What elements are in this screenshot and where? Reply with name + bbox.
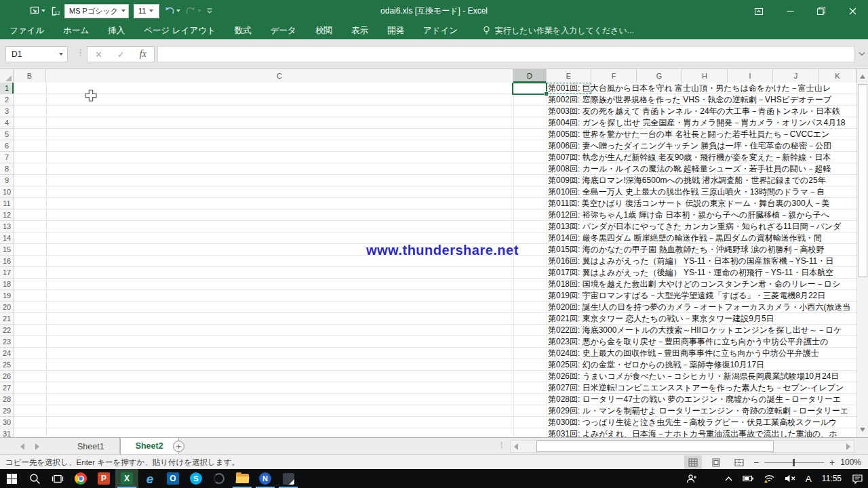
ribbon-tab-developer[interactable]: 開発 — [378, 22, 414, 39]
column-header-C[interactable]: C — [46, 69, 513, 83]
search-button[interactable] — [23, 469, 46, 488]
ribbon-tab-view[interactable]: 表示 — [342, 22, 378, 39]
vertical-scrollbar[interactable] — [856, 69, 868, 437]
cell-text-row-14[interactable]: 第014回: 厳冬黒四ダム 断崖絶壁の輸送作戦－黒四ダムの資材輸送作戦・間 — [548, 232, 822, 244]
row-header-6[interactable]: 6 — [0, 140, 14, 152]
column-header-B[interactable]: B — [14, 69, 46, 83]
cell-text-row-7[interactable]: 第007回: 執念が生んだ新幹線 老友90歳・飛行機が姿を変えた－新幹線・日本 — [548, 152, 831, 163]
cell-text-row-27[interactable]: 第027回: 日米逆転!コンビニエンスストアーを作った素人たち－セブン-イレブン — [548, 382, 844, 394]
ribbon-tab-insert[interactable]: 挿入 — [98, 22, 134, 39]
column-header-H[interactable]: H — [682, 69, 728, 83]
row-header-21[interactable]: 21 — [0, 313, 14, 325]
network-button[interactable] — [759, 469, 780, 488]
cell-text-row-20[interactable]: 第020回: 誕生!人の目を持つ夢のカメラ－オートフォーカスカメラ・小西六(放送… — [548, 302, 851, 313]
cell-text-row-29[interactable]: 第029回: ル・マンを制覇せよ ロータリーエンジン・奇跡の逆転劇－ロータリーエ — [548, 405, 848, 417]
powerpoint-button[interactable]: P — [92, 469, 115, 488]
undo-button[interactable] — [164, 6, 180, 16]
column-header-D[interactable]: D — [513, 69, 547, 83]
internet-explorer-button[interactable]: e — [138, 469, 161, 488]
cell-text-row-12[interactable]: 第012回: 裕弥ちゃん1歳 輝け命 日本初・親から子への肝臓移植－親から子へ — [548, 209, 829, 221]
row-header-28[interactable]: 28 — [0, 394, 14, 405]
row-header-10[interactable]: 10 — [0, 186, 14, 198]
row-header-14[interactable]: 14 — [0, 232, 14, 244]
notes-app-button[interactable] — [277, 469, 300, 488]
confirm-entry-icon[interactable]: ✓ — [117, 49, 125, 60]
row-header-26[interactable]: 26 — [0, 371, 14, 382]
cell-text-row-8[interactable]: 第008回: カール・ルイスの魔法の靴 超軽量シューズ・若手社員の闘い－超軽 — [548, 163, 831, 175]
row-header-4[interactable]: 4 — [0, 117, 14, 129]
tab-scroll-splitter[interactable]: ⁞ — [500, 441, 502, 450]
row-header-1[interactable]: 1 — [0, 83, 14, 94]
volume-button[interactable] — [780, 469, 801, 488]
scroll-down-button[interactable] — [857, 424, 868, 436]
column-header-I[interactable]: I — [728, 69, 773, 83]
insert-function-icon[interactable]: fx — [140, 49, 146, 60]
row-header-25[interactable]: 25 — [0, 359, 14, 371]
ribbon-tab-add-ins[interactable]: アドイン — [414, 22, 467, 39]
row-header-22[interactable]: 22 — [0, 325, 14, 336]
excel-button[interactable]: X — [115, 469, 138, 488]
cell-text-row-1[interactable]: 第001回: 巨大台風から日本を守れ 富士山頂・男たちは命をかけた－富士山レ — [548, 83, 831, 94]
cell-text-row-2[interactable]: 第002回: 窓際族が世界規格を作った VHS・執念の逆転劇－VHSビデオテープ — [548, 94, 831, 106]
cell-text-row-22[interactable]: 第022回: 海底3000メートルの大捜索～HIIロケットエンジンを探し出せ～－… — [548, 325, 842, 336]
expand-formula-bar-button[interactable] — [859, 52, 865, 56]
column-header-F[interactable]: F — [591, 69, 637, 83]
column-header-K[interactable]: K — [819, 69, 856, 83]
row-header-18[interactable]: 18 — [0, 279, 14, 290]
sheet-tab-sheet2[interactable]: Sheet2 — [120, 438, 179, 455]
cell-text-row-31[interactable]: 第031回: よみがえれ、日本海－ナホトカ号重油流出事故で流出した重油の、ホ — [548, 428, 837, 437]
column-header-E[interactable]: E — [547, 69, 591, 83]
ribbon-tab-file[interactable]: ファイル — [0, 22, 54, 39]
row-header-19[interactable]: 19 — [0, 290, 14, 302]
cell-text-row-4[interactable]: 第004回: ガンを探し出せ 完全国産・胃カメラ開発－胃カメラ・オリンパス4月1… — [548, 117, 846, 129]
tell-me-box[interactable]: 実行したい作業を入力してください... — [482, 25, 634, 37]
row-header-23[interactable]: 23 — [0, 336, 14, 348]
people-button[interactable] — [682, 469, 702, 488]
skype-button[interactable]: S — [184, 469, 208, 488]
ribbon-tab-home[interactable]: ホーム — [54, 22, 98, 39]
cell-text-row-30[interactable]: 第030回: つっぱり生徒と泣き虫先生－高校ラグビー・伏見工業高校スクールウ — [548, 417, 837, 428]
start-button[interactable] — [0, 469, 23, 488]
cell-text-row-18[interactable]: 第018回: 国境を越えた救出劇 大やけどのコンスタンチン君・命のリレー－ロシ — [548, 279, 840, 290]
minimize-button[interactable] — [774, 0, 806, 22]
scroll-left-button[interactable] — [511, 441, 521, 452]
cell-text-row-10[interactable]: 第010回: 全島一万人 史上最大の脱出作戦 三原山噴火・13時間のドラマ－自 — [548, 186, 825, 198]
row-header-2[interactable]: 2 — [0, 94, 14, 106]
cancel-entry-icon[interactable]: ✕ — [95, 49, 102, 60]
column-header-G[interactable]: G — [637, 69, 682, 83]
page-break-preview-button[interactable] — [730, 455, 748, 469]
redo-button[interactable] — [185, 6, 201, 16]
add-sheet-button[interactable]: + — [173, 441, 184, 452]
zoom-in-button[interactable]: + — [829, 458, 835, 467]
taskbar-clock[interactable]: 11:55 — [816, 474, 847, 483]
cell-text-row-6[interactable]: 第006回: 妻へ贈ったダイニングキッチン 勝負は一坪・住宅革命の秘密－公団 — [548, 140, 831, 152]
cell-text-row-16[interactable]: 第016回: 翼はよみがえった（前編） YS-11・日本初の国産旅客機－YS-1… — [548, 256, 833, 267]
ribbon-tab-data[interactable]: データ — [261, 22, 306, 39]
row-header-7[interactable]: 7 — [0, 152, 14, 163]
zoom-out-button[interactable]: − — [753, 458, 759, 467]
sheet-tab-sheet1[interactable]: Sheet1 — [62, 438, 120, 455]
ribbon-tab-page-layout[interactable]: ページ レイアウト — [134, 22, 225, 39]
show-hidden-icons-button[interactable] — [719, 469, 738, 488]
close-button[interactable] — [837, 0, 868, 22]
cell-text-row-23[interactable]: 第023回: 悪から金を取り戻せ－豊田商事事件に立ち向かう中坊公平弁護士の — [548, 336, 829, 348]
ribbon-tab-review[interactable]: 校閲 — [306, 22, 342, 39]
ribbon-display-options-button[interactable] — [743, 0, 774, 22]
cell-text-row-15[interactable]: 第015回: 海のかなたの甲子園 熱血教師たち・沖縄野球 涙の初勝利－高校野 — [548, 244, 825, 256]
row-header-31[interactable]: 31 — [0, 428, 14, 437]
row-header-16[interactable]: 16 — [0, 256, 14, 267]
horizontal-scroll-thumb[interactable] — [536, 441, 774, 452]
row-header-15[interactable]: 15 — [0, 244, 14, 256]
cell-text-row-28[interactable]: 第028回: ロータリー47士の戦い 夢のエンジン・廃墟からの誕生－ロータリーエ — [548, 394, 841, 405]
zoom-slider-thumb[interactable] — [793, 459, 795, 466]
row-header-11[interactable]: 11 — [0, 198, 14, 209]
qat-paste-button[interactable] — [30, 6, 45, 16]
previous-sheet-icon[interactable] — [20, 443, 24, 450]
row-header-13[interactable]: 13 — [0, 221, 14, 232]
row-header-5[interactable]: 5 — [0, 129, 14, 140]
row-header-8[interactable]: 8 — [0, 163, 14, 175]
row-header-29[interactable]: 29 — [0, 405, 14, 417]
outlook-button[interactable]: O — [161, 469, 184, 488]
row-header-20[interactable]: 20 — [0, 302, 14, 313]
n-app-button[interactable]: N — [254, 469, 277, 488]
